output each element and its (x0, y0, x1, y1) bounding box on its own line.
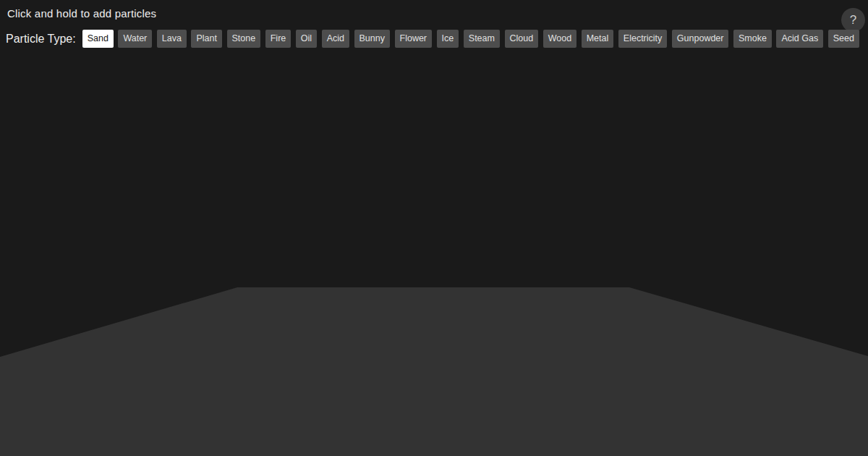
simulation-canvas[interactable] (0, 0, 868, 456)
particle-type-button-cloud[interactable]: Cloud (505, 30, 539, 48)
particle-type-button-electricity[interactable]: Electricity (618, 30, 667, 48)
particle-type-button-plant[interactable]: Plant (191, 30, 222, 48)
particle-type-button-acid[interactable]: Acid (322, 30, 349, 48)
particle-type-button-stone[interactable]: Stone (227, 30, 261, 48)
particle-type-button-wood[interactable]: Wood (543, 30, 576, 48)
particle-type-button-fire[interactable]: Fire (265, 30, 292, 48)
particle-type-button-sand[interactable]: Sand (82, 30, 114, 48)
particle-type-button-ice[interactable]: Ice (437, 30, 459, 48)
particle-type-button-water[interactable]: Water (118, 30, 152, 48)
particle-type-toolbar: Particle Type: SandWaterLavaPlantStoneFi… (6, 30, 859, 48)
particle-type-button-metal[interactable]: Metal (582, 30, 614, 48)
particle-type-button-flower[interactable]: Flower (395, 30, 433, 48)
particle-type-button-oil[interactable]: Oil (296, 30, 317, 48)
particle-type-label: Particle Type: (6, 33, 76, 46)
particle-type-button-bunny[interactable]: Bunny (354, 30, 390, 48)
help-button[interactable]: ? (841, 8, 865, 32)
particle-type-button-smoke[interactable]: Smoke (733, 30, 772, 48)
particle-type-button-acid-gas[interactable]: Acid Gas (776, 30, 823, 48)
particle-type-button-lava[interactable]: Lava (157, 30, 187, 48)
ground-plane (0, 0, 868, 456)
particle-type-list: SandWaterLavaPlantStoneFireOilAcidBunnyF… (82, 30, 859, 48)
particle-type-button-steam[interactable]: Steam (464, 30, 500, 48)
particle-type-button-gunpowder[interactable]: Gunpowder (672, 30, 729, 48)
particle-type-button-seed[interactable]: Seed (828, 30, 859, 48)
instructions-text: Click and hold to add particles (7, 7, 156, 20)
